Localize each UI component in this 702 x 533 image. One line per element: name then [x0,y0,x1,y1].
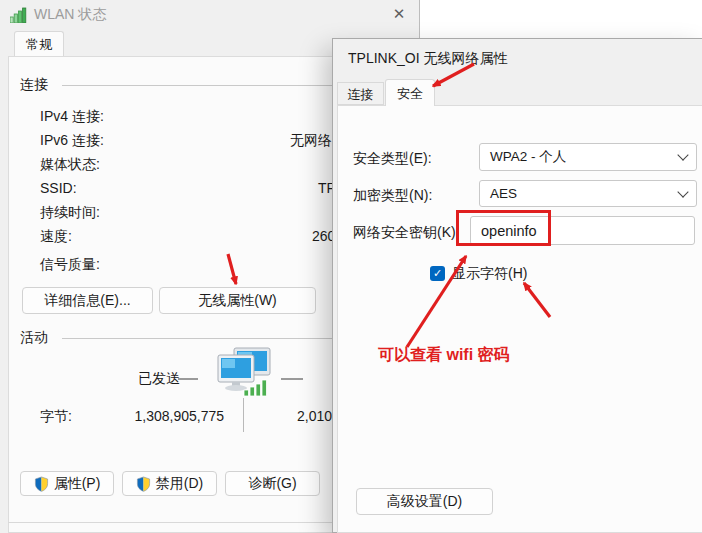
encryption-type-dropdown[interactable]: AES [479,180,697,207]
show-characters-label[interactable]: 显示字符(H) [452,265,527,283]
tab-general[interactable]: 常规 [14,31,64,56]
bytes-sent-value: 1,308,905,775 [112,408,224,424]
properties-button[interactable]: 属性(P) [20,471,114,496]
tab-connection[interactable]: 连接 [337,82,384,105]
uac-shield-icon [136,476,151,492]
wifi-signal-icon [10,7,30,23]
security-type-dropdown[interactable]: WPA2 - 个人 [479,143,697,171]
connection-heading: 连接 [20,76,48,94]
encryption-type-label: 加密类型(N): [353,187,432,205]
details-button[interactable]: 详细信息(E)... [22,287,153,314]
tab-security[interactable]: 安全 [385,79,435,106]
row-label-media-state: 媒体状态: [40,156,100,174]
wireless-properties-button[interactable]: 无线属性(W) [159,287,316,314]
bytes-received-value: 2,010 [297,408,332,424]
row-label-signal-quality: 信号质量: [40,256,100,274]
dash [281,378,303,380]
sent-label: 已发送 [138,370,180,388]
show-characters-checkbox[interactable]: ✓ [430,266,445,281]
chevron-down-icon [677,149,688,160]
row-label-ipv6: IPv6 连接: [40,132,104,150]
row-label-ssid: SSID: [40,180,77,196]
activity-heading: 活动 [20,329,48,347]
chevron-down-icon [677,186,688,197]
diagnose-button[interactable]: 诊断(G) [225,471,320,496]
security-type-label: 安全类型(E): [353,150,432,168]
dialog-title: TPLINK_OI 无线网络属性 [348,50,507,68]
diagnose-button-label: 诊断(G) [248,475,296,493]
disable-button[interactable]: 禁用(D) [122,471,217,496]
window-title: WLAN 状态 [34,6,106,24]
row-value-ipv6: 无网络 [290,132,332,150]
network-key-input[interactable] [470,216,695,245]
titlebar: WLAN 状态 ✕ [0,0,420,30]
bytes-separator [243,398,244,432]
bytes-label: 字节: [40,408,72,426]
row-label-duration: 持续时间: [40,204,100,222]
advanced-settings-button[interactable]: 高级设置(D) [356,488,493,515]
close-icon[interactable]: ✕ [386,2,412,26]
uac-shield-icon [34,476,49,492]
disable-button-label: 禁用(D) [156,475,203,493]
properties-button-label: 属性(P) [54,475,101,493]
row-label-speed: 速度: [40,228,72,246]
dash [178,378,198,380]
wireless-properties-dialog: TPLINK_OI 无线网络属性 连接 安全 安全类型(E): WPA2 - 个… [332,38,702,533]
security-type-value: WPA2 - 个人 [490,148,566,166]
row-label-ipv4: IPv4 连接: [40,108,104,126]
advanced-settings-button-label: 高级设置(D) [387,493,462,511]
network-activity-icon [210,347,274,397]
network-key-label: 网络安全密钥(K) [353,224,456,242]
encryption-type-value: AES [490,186,517,201]
